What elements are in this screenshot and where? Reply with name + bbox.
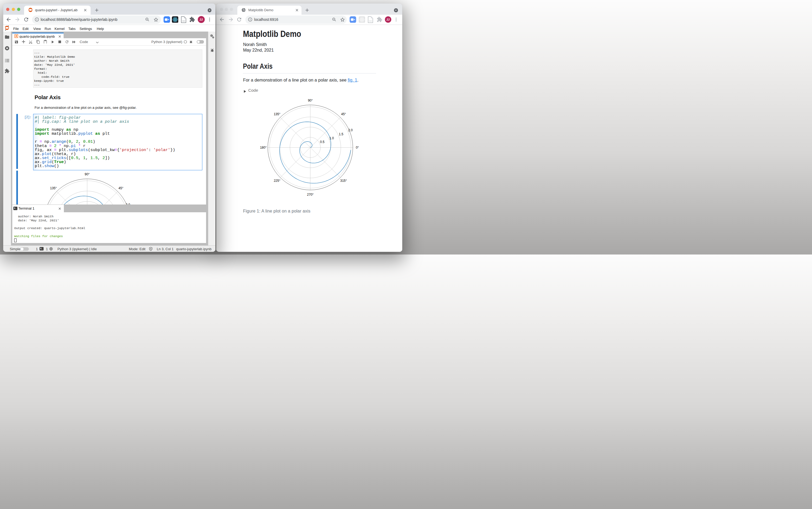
svg-text:315°: 315°	[340, 179, 347, 182]
svg-text:135°: 135°	[50, 186, 57, 190]
svg-text:2.0: 2.0	[126, 203, 130, 205]
svg-text:2.0: 2.0	[348, 129, 353, 132]
svg-text:0°: 0°	[356, 146, 359, 149]
svg-text:270°: 270°	[307, 193, 314, 197]
svg-text:135°: 135°	[274, 112, 281, 116]
svg-text:90°: 90°	[308, 99, 313, 102]
svg-text:1.0: 1.0	[329, 136, 334, 140]
svg-text:225°: 225°	[274, 179, 281, 182]
svg-text:90°: 90°	[85, 172, 90, 176]
svg-text:0.5: 0.5	[320, 140, 325, 144]
svg-text:180°: 180°	[260, 146, 267, 149]
svg-text:45°: 45°	[341, 112, 346, 116]
svg-text:45°: 45°	[118, 186, 123, 190]
svg-text:1.5: 1.5	[339, 132, 344, 136]
